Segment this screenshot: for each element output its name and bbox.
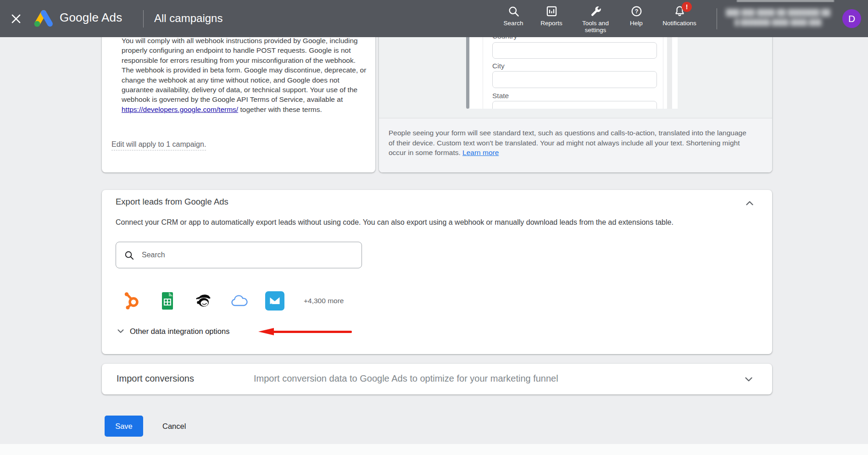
- account-line-1: ███ ███ ████ ██ ███████ ██: [723, 8, 833, 17]
- bottom-strip: [0, 444, 868, 455]
- field-input-state[interactable]: [492, 101, 657, 109]
- translation-disclaimer: People seeing your form will see standar…: [379, 118, 772, 172]
- topbar-divider-2: [717, 8, 717, 29]
- search-icon: [507, 5, 520, 17]
- reports-icon: [545, 5, 558, 17]
- topbar-nav: Search Reports Tools and settings: [495, 4, 707, 33]
- nav-tools-label: Tools and settings: [579, 20, 612, 33]
- import-conversions-section[interactable]: Import conversions Import conversion dat…: [102, 364, 772, 394]
- hubspot-icon[interactable]: [122, 291, 141, 311]
- svg-text:?: ?: [634, 8, 638, 15]
- expand-section-chevron-down-icon[interactable]: [743, 373, 755, 385]
- nav-tools-and-settings[interactable]: Tools and settings: [571, 4, 620, 33]
- notification-badge: !: [682, 2, 692, 12]
- other-data-integration-label: Other data integration options: [130, 327, 229, 336]
- red-arrow-shaft: [272, 331, 352, 333]
- google-sheets-icon[interactable]: [158, 291, 177, 311]
- top-app-bar: Google Ads All campaigns Search Reports: [0, 0, 868, 37]
- page-title: All campaigns: [154, 12, 223, 25]
- close-icon[interactable]: [9, 12, 23, 26]
- avatar[interactable]: D: [842, 9, 861, 28]
- export-leads-title: Export leads from Google Ads: [116, 197, 228, 207]
- field-label-city: City: [492, 62, 505, 70]
- nav-help-label: Help: [630, 20, 643, 27]
- campaign-monitor-icon[interactable]: [265, 291, 284, 311]
- export-leads-card: Export leads from Google Ads Connect you…: [102, 190, 772, 354]
- terms-of-service-link[interactable]: https://developers.google.com/terms/: [122, 105, 238, 113]
- nav-notifications[interactable]: ! Notifications: [652, 4, 707, 27]
- integration-search-box[interactable]: [116, 242, 362, 268]
- field-input-city[interactable]: [492, 71, 657, 88]
- import-conversions-title: Import conversions: [117, 373, 194, 384]
- mailchimp-icon[interactable]: [194, 291, 213, 311]
- annotation-red-arrow: [258, 328, 352, 335]
- other-data-integration-toggle[interactable]: Other data integration options: [116, 326, 229, 336]
- webhook-terms-text-after: together with these terms.: [238, 105, 322, 113]
- nav-reports-label: Reports: [540, 20, 562, 27]
- search-icon: [124, 250, 134, 261]
- red-arrow-head: [258, 328, 274, 335]
- edit-apply-note: Edit will apply to 1 campaign.: [111, 140, 206, 150]
- webhook-terms-paragraph: You will comply with all webhook instruc…: [122, 36, 367, 114]
- integration-apps-row: +4,300 more: [122, 291, 344, 311]
- account-blur-artifact: [737, 0, 834, 2]
- nav-notifications-label: Notifications: [662, 20, 696, 27]
- field-label-state: State: [492, 92, 509, 100]
- topbar-divider: [143, 10, 144, 28]
- google-ads-logo-icon: [33, 9, 54, 30]
- cancel-button[interactable]: Cancel: [155, 416, 193, 437]
- wrench-icon: [590, 5, 602, 17]
- chevron-down-icon: [116, 326, 126, 336]
- export-leads-description: Connect your CRM or app to automatically…: [116, 218, 673, 227]
- nav-search[interactable]: Search: [495, 4, 532, 27]
- nav-reports[interactable]: Reports: [532, 4, 571, 27]
- save-button[interactable]: Save: [105, 416, 143, 437]
- nav-search-label: Search: [504, 20, 523, 27]
- more-integrations-count: +4,300 more: [304, 297, 344, 305]
- account-line-2: █ ███████ ████ ████ ███: [723, 17, 833, 27]
- field-input-country[interactable]: [492, 42, 657, 59]
- collapse-section-chevron-up-icon[interactable]: [744, 197, 756, 209]
- help-icon: ?: [630, 5, 643, 17]
- disclaimer-text: People seeing your form will see standar…: [389, 129, 746, 156]
- learn-more-link[interactable]: Learn more: [462, 149, 499, 156]
- product-name: Google Ads: [60, 11, 122, 25]
- nav-help[interactable]: ? Help: [620, 4, 652, 27]
- cloud-app-icon[interactable]: [229, 291, 249, 311]
- search-input[interactable]: [141, 250, 362, 260]
- import-conversions-description: Import conversion data to Google Ads to …: [254, 373, 558, 384]
- google-ads-page: You will comply with all webhook instruc…: [0, 0, 868, 455]
- account-info-redacted[interactable]: ███ ███ ████ ██ ███████ ██ █ ███████ ███…: [723, 8, 833, 27]
- webhook-terms-text: You will comply with all webhook instruc…: [122, 37, 366, 103]
